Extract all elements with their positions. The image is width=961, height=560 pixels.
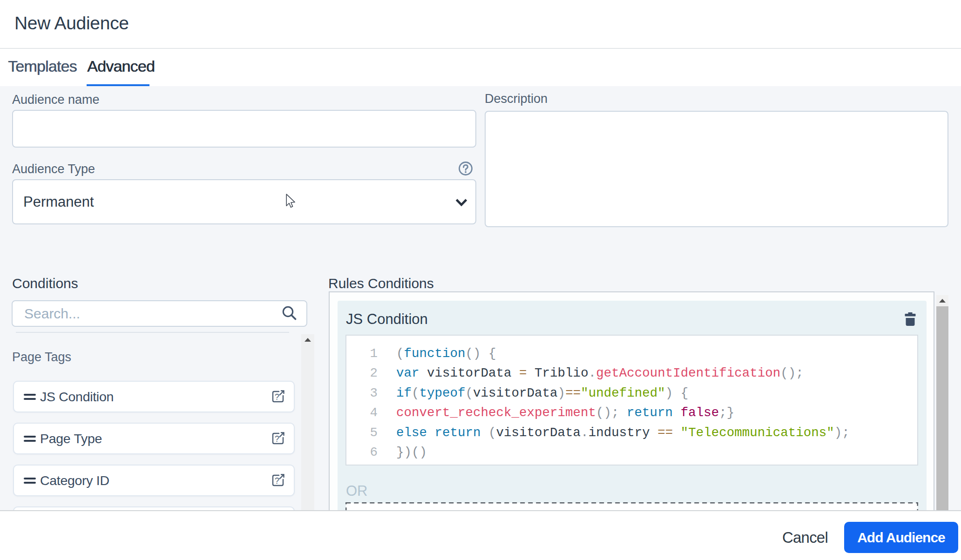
svg-text:?: ? xyxy=(275,392,279,402)
svg-text:?: ? xyxy=(275,434,279,444)
svg-text:?: ? xyxy=(275,476,279,486)
